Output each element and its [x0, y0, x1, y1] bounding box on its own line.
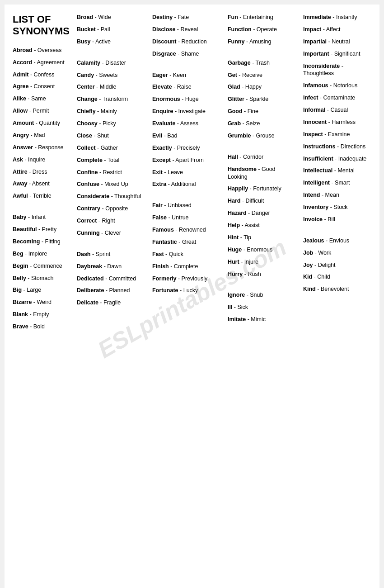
- list-item: Extra - Additional: [152, 180, 220, 188]
- list-item: Elevate - Raise: [152, 83, 220, 91]
- synonym-word: Evaluate: [152, 120, 175, 127]
- list-item: Angry - Mad: [13, 132, 70, 139]
- synonym-value: Transform: [103, 96, 128, 102]
- list-item: False - Untrue: [152, 214, 220, 222]
- list-item: Delicate - Fragile: [77, 299, 145, 307]
- list-item: Infamous - Notorious: [303, 82, 371, 90]
- list-item: Correct - Right: [77, 217, 145, 225]
- synonym-word: Bizarre: [13, 299, 32, 305]
- col5-top-entries: Immediate - InstantlyImpact - AffectImpa…: [303, 14, 371, 223]
- synonym-value: Previously: [182, 275, 208, 282]
- synonym-value: Complete: [174, 263, 198, 270]
- list-item: Finish - Complete: [152, 263, 220, 270]
- list-item: Dash - Sprint: [77, 251, 145, 258]
- synonym-value: Great: [182, 239, 196, 245]
- column-2: Broad - WideBucket - PailBusy - Active C…: [73, 14, 149, 335]
- list-item: Exactly - Precisely: [152, 144, 220, 152]
- list-item: Grab - Seize: [228, 120, 296, 128]
- list-item: Blank - Empty: [13, 311, 70, 318]
- list-item: Eager - Keen: [152, 71, 220, 79]
- synonym-word: Kid: [303, 274, 312, 280]
- synonym-word: False: [152, 214, 167, 221]
- list-item: Kid - Child: [303, 273, 371, 281]
- synonym-value: Empty: [33, 311, 49, 318]
- list-item: Instructions - Directions: [303, 143, 371, 151]
- synonym-value: Sick: [237, 304, 248, 310]
- synonym-word: Garbage: [228, 60, 251, 66]
- synonym-word: Answer: [13, 144, 33, 151]
- synonym-value: Raise: [177, 84, 192, 90]
- list-item: Contrary - Opposite: [77, 205, 145, 213]
- list-item: Evaluate - Assess: [152, 120, 220, 128]
- synonym-word: Funny: [228, 38, 245, 45]
- list-item: Hall - Corridor: [228, 153, 296, 161]
- synonym-word: Disclose: [152, 26, 175, 33]
- synonym-value: Absent: [32, 180, 50, 187]
- synonym-word: Belly: [13, 275, 26, 281]
- synonym-value: Operate: [257, 26, 277, 33]
- col4-mid2-entries: Hall - CorridorHandsome - Good LookingHa…: [228, 153, 296, 278]
- synonym-word: Considerate: [77, 193, 109, 199]
- list-item: Busy - Active: [77, 38, 145, 46]
- synonym-word: Confuse: [77, 181, 99, 187]
- list-item: Famous - Renowned: [152, 226, 220, 234]
- list-item: Disclose - Reveal: [152, 26, 220, 33]
- list-item: Formerly - Previously: [152, 275, 220, 283]
- list-item: Fortunate - Lucky: [152, 287, 220, 294]
- synonym-word: Elevate: [152, 84, 172, 90]
- synonym-word: Angry: [13, 132, 29, 138]
- synonym-value: Active: [95, 38, 111, 45]
- synonym-word: Hall: [228, 154, 238, 160]
- synonym-word: Attire: [13, 169, 28, 175]
- column-5: Immediate - InstantlyImpact - AffectImpa…: [300, 14, 375, 335]
- col4-top-entries: Fun - EntertainingFunction - OperateFunn…: [228, 14, 296, 46]
- synonym-word: Exactly: [152, 145, 172, 151]
- synonym-value: Mainly: [101, 108, 117, 114]
- synonym-value: Implore: [28, 251, 47, 257]
- list-item: Dedicated - Committed: [77, 275, 145, 283]
- list-item: Ask - Inquire: [13, 156, 70, 164]
- list-item: Beautiful - Pretty: [13, 226, 70, 233]
- synonym-word: Destiny: [152, 14, 173, 20]
- list-item: Inspect - Examine: [303, 131, 371, 138]
- list-item: Admit - Confess: [13, 71, 70, 79]
- synonym-value: Opposite: [105, 205, 128, 212]
- column-3: Destiny - FateDisclose - RevealDiscount …: [149, 14, 224, 335]
- synonym-word: Important: [303, 51, 329, 57]
- col2-mid-entries: Calamity - DisasterCandy - SweetsCenter …: [77, 59, 145, 237]
- col2-bottom-entries: Dash - SprintDaybreak - DawnDedicated - …: [77, 251, 145, 307]
- list-item: Glitter - Sparkle: [228, 95, 296, 103]
- list-item: Help - Assist: [228, 222, 296, 229]
- list-item: Handsome - Good Looking: [228, 166, 296, 181]
- synonym-value: Disaster: [105, 60, 126, 66]
- synonym-word: Fast: [152, 251, 164, 257]
- list-item: Change - Transform: [77, 95, 145, 103]
- synonym-value: Renowned: [179, 227, 206, 233]
- synonym-word: Awful: [13, 193, 28, 199]
- list-item: Function - Operate: [228, 26, 296, 33]
- synonym-word: Impartial: [303, 38, 327, 45]
- col2-top-entries: Broad - WideBucket - PailBusy - Active: [77, 14, 145, 46]
- synonym-word: Innocent: [303, 119, 327, 125]
- synonym-value: Thoughtful: [114, 193, 141, 199]
- list-item: Big - Large: [13, 286, 70, 294]
- list-item: Fair - Unbiased: [152, 202, 220, 209]
- synonym-word: Fortunate: [152, 287, 178, 294]
- synonym-value: Child: [317, 274, 330, 280]
- synonym-value: Infant: [32, 214, 46, 220]
- synonym-word: Daybreak: [77, 263, 102, 270]
- synonym-word: Allow: [13, 108, 28, 114]
- synonym-value: Bill: [328, 216, 335, 223]
- list-item: Ignore - Snub: [228, 291, 296, 299]
- synonym-value: Picky: [103, 120, 116, 127]
- list-item: Cunning - Clever: [77, 229, 145, 237]
- synonym-value: Total: [108, 157, 119, 163]
- synonym-word: Chiefly: [77, 108, 96, 114]
- synonym-value: Rush: [248, 271, 261, 277]
- list-item: Fun - Entertaining: [228, 14, 296, 21]
- synonym-word: Candy: [77, 72, 94, 78]
- synonym-word: Eager: [152, 72, 168, 78]
- list-item: Choosy - Picky: [77, 120, 145, 128]
- synonym-value: Pretty: [42, 226, 57, 232]
- list-item: Confine - Restrict: [77, 169, 145, 176]
